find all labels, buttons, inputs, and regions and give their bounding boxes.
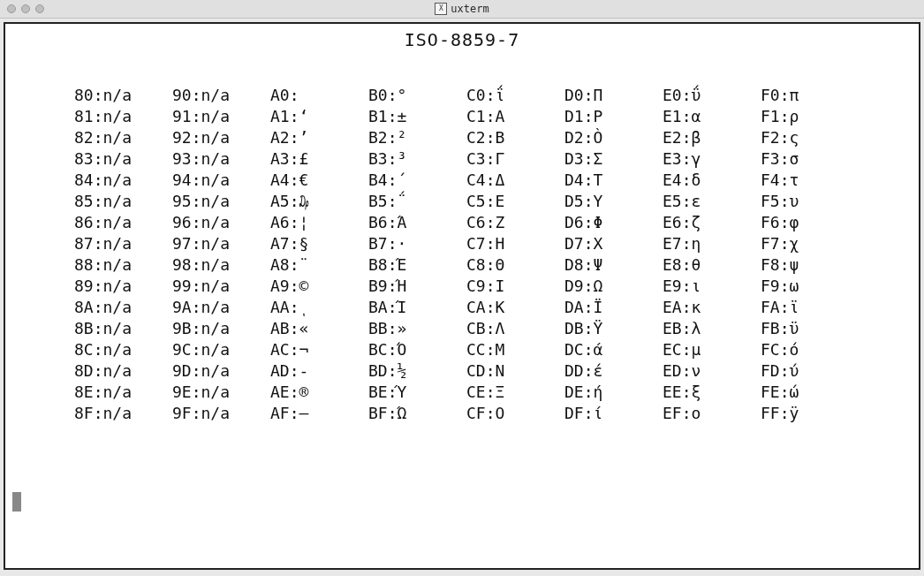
character-table: 80:n/a81:n/a82:n/a83:n/a84:n/a85:n/a86:n… (12, 86, 912, 422)
char-cell: AA:ͺ (270, 298, 368, 316)
char-cell: D9:Ω (564, 277, 663, 295)
char-cell: D2:Ò (564, 128, 663, 147)
char-cell: C2:Β (466, 128, 564, 147)
char-cell: F9:ω (761, 277, 859, 295)
char-column: F0:πF1:ρF2:ςF3:σF4:τF5:υF6:φF7:χF8:ψF9:ω… (761, 86, 859, 422)
window-title: X uxterm (0, 3, 924, 15)
char-cell: A2:’ (270, 128, 368, 147)
char-cell: 9A:n/a (172, 298, 270, 316)
char-cell: 9D:n/a (172, 361, 270, 380)
char-cell: E6:ζ (663, 213, 761, 231)
encoding-title: ISO-8859-7 (12, 29, 912, 50)
char-cell: A8:¨ (270, 255, 368, 274)
terminal-viewport[interactable]: ISO-8859-7 80:n/a81:n/a82:n/a83:n/a84:n/… (4, 22, 920, 570)
char-cell: 8E:n/a (74, 383, 172, 401)
char-cell: A5:₯ (270, 192, 368, 210)
char-cell: B3:³ (368, 149, 466, 168)
char-cell: 8F:n/a (74, 404, 172, 422)
char-cell: C0:ΐ (466, 86, 564, 104)
char-cell: 8C:n/a (74, 340, 172, 359)
char-cell: 8D:n/a (74, 361, 172, 380)
char-cell: E3:γ (663, 149, 761, 168)
char-cell: 85:n/a (74, 192, 172, 210)
char-cell: BF:Ώ (368, 404, 466, 422)
char-cell: F6:φ (761, 213, 859, 231)
char-cell: B8:Έ (368, 255, 466, 274)
char-cell: B4:΄ (368, 171, 466, 189)
char-cell: A3:£ (270, 149, 368, 168)
char-cell: B7:· (368, 234, 466, 253)
char-cell: D4:Τ (564, 171, 663, 189)
char-cell: C9:Ι (466, 277, 564, 295)
char-cell: FB:ϋ (761, 319, 859, 337)
char-cell: BB:» (368, 319, 466, 337)
char-cell: F8:ψ (761, 255, 859, 274)
char-cell: FC:ό (761, 340, 859, 359)
char-cell: 88:n/a (74, 255, 172, 274)
char-cell: F3:σ (761, 149, 859, 168)
char-cell: D5:Υ (564, 192, 663, 210)
char-cell: A6:¦ (270, 213, 368, 231)
char-cell: DE:ή (564, 383, 663, 401)
char-cell: A4:€ (270, 171, 368, 189)
char-cell: 8B:n/a (74, 319, 172, 337)
char-cell: D8:Ψ (564, 255, 663, 274)
char-cell: DF:ί (564, 404, 663, 422)
char-cell: E5:ε (663, 192, 761, 210)
char-cell: 99:n/a (172, 277, 270, 295)
x11-app-icon: X (435, 3, 447, 15)
char-cell: 9F:n/a (172, 404, 270, 422)
char-cell: DD:έ (564, 361, 663, 380)
char-cell: EC:μ (663, 340, 761, 359)
char-cell: A1:‘ (270, 107, 368, 125)
char-cell: D6:Φ (564, 213, 663, 231)
char-cell: FE:ώ (761, 383, 859, 401)
char-cell: 9E:n/a (172, 383, 270, 401)
char-cell: F4:τ (761, 171, 859, 189)
char-cell: C5:Ε (466, 192, 564, 210)
char-cell: CE:Ξ (466, 383, 564, 401)
char-column: A0: A1:‘A2:’A3:£A4:€A5:₯A6:¦A7:§A8:¨A9:©… (270, 86, 368, 422)
char-cell: B1:± (368, 107, 466, 125)
char-cell: 87:n/a (74, 234, 172, 253)
char-cell: C4:Δ (466, 171, 564, 189)
char-cell: 95:n/a (172, 192, 270, 210)
char-cell: C1:Α (466, 107, 564, 125)
close-icon[interactable] (7, 4, 16, 13)
minimize-icon[interactable] (21, 4, 30, 13)
char-cell: AD:- (270, 361, 368, 380)
char-cell: 8A:n/a (74, 298, 172, 316)
char-cell: DC:ά (564, 340, 663, 359)
terminal-cursor (12, 492, 21, 512)
char-cell: CD:Ν (466, 361, 564, 380)
char-cell: 91:n/a (172, 107, 270, 125)
char-column: 80:n/a81:n/a82:n/a83:n/a84:n/a85:n/a86:n… (74, 86, 172, 422)
char-cell: E4:δ (663, 171, 761, 189)
zoom-icon[interactable] (35, 4, 44, 13)
char-cell: B2:² (368, 128, 466, 147)
char-cell: 9C:n/a (172, 340, 270, 359)
char-cell: CF:Ο (466, 404, 564, 422)
char-cell: AB:« (270, 319, 368, 337)
char-cell: CA:Κ (466, 298, 564, 316)
char-cell: F1:ρ (761, 107, 859, 125)
char-cell: B6:Ά (368, 213, 466, 231)
char-cell: F5:υ (761, 192, 859, 210)
char-column: B0:°B1:±B2:²B3:³B4:΄B5:΅B6:ΆB7:·B8:ΈB9:Ή… (368, 86, 466, 422)
char-cell: 80:n/a (74, 86, 172, 104)
char-cell: DB:Ϋ (564, 319, 663, 337)
window-titlebar[interactable]: X uxterm (0, 0, 924, 19)
char-cell: 90:n/a (172, 86, 270, 104)
char-cell: 82:n/a (74, 128, 172, 147)
char-cell: 94:n/a (172, 171, 270, 189)
char-cell: E1:α (663, 107, 761, 125)
char-cell: 84:n/a (74, 171, 172, 189)
window-controls (0, 4, 44, 13)
char-cell: E9:ι (663, 277, 761, 295)
char-cell: CC:Μ (466, 340, 564, 359)
char-cell: D7:Χ (564, 234, 663, 253)
char-cell: B5:΅ (368, 192, 466, 210)
char-cell: DA:Ϊ (564, 298, 663, 316)
char-cell: BD:½ (368, 361, 466, 380)
char-cell: EE:ξ (663, 383, 761, 401)
